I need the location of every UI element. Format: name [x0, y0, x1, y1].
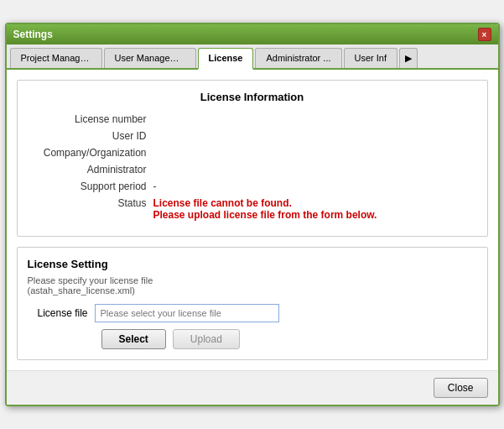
- status-row: Status License file cannot be found. Ple…: [28, 197, 477, 221]
- administrator-row: Administrator: [28, 164, 477, 175]
- status-value: License file cannot be found. Please upl…: [153, 197, 477, 221]
- license-setting-desc: Please specify your license file (astah_…: [28, 275, 477, 296]
- tab-more-button[interactable]: ▶: [399, 48, 418, 68]
- support-period-row: Support period -: [28, 180, 477, 192]
- status-error-line2: Please upload license file from the form…: [153, 209, 377, 221]
- tab-user-info[interactable]: User Inf: [344, 48, 398, 68]
- license-file-input[interactable]: [95, 304, 279, 322]
- tab-bar: Project Manage... User Managem... Licens…: [7, 44, 498, 70]
- license-number-label: License number: [28, 113, 153, 125]
- upload-button[interactable]: Upload: [173, 329, 240, 349]
- tab-administrator[interactable]: Administrator ...: [255, 48, 341, 68]
- license-info-table: License number User ID Company/Organizat…: [28, 113, 477, 221]
- license-setting-title: License Setting: [28, 258, 477, 270]
- file-input-row: License file: [28, 304, 477, 322]
- file-label: License file: [28, 307, 95, 319]
- select-button[interactable]: Select: [101, 329, 166, 349]
- footer: Close: [7, 370, 498, 405]
- setting-desc-line1: Please specify your license file: [28, 275, 153, 285]
- window-title: Settings: [13, 29, 53, 40]
- status-error-line1: License file cannot be found.: [153, 197, 292, 209]
- footer-close-button[interactable]: Close: [434, 378, 488, 398]
- company-label: Company/Organization: [28, 147, 153, 159]
- title-bar: Settings ×: [7, 24, 498, 44]
- support-period-value: -: [153, 180, 477, 192]
- tab-user-management[interactable]: User Managem...: [104, 48, 196, 68]
- settings-window: Settings × Project Manage... User Manage…: [5, 23, 500, 406]
- close-window-button[interactable]: ×: [478, 28, 491, 41]
- support-period-label: Support period: [28, 180, 153, 192]
- license-number-row: License number: [28, 113, 477, 125]
- license-info-title: License Information: [28, 91, 477, 103]
- tab-license[interactable]: License: [198, 48, 254, 70]
- content-area: License Information License number User …: [7, 70, 498, 370]
- user-id-row: User ID: [28, 130, 477, 142]
- status-label: Status: [28, 197, 153, 209]
- setting-desc-line2: (astah_share_license.xml): [28, 285, 135, 296]
- action-buttons: Select Upload: [101, 329, 477, 349]
- user-id-label: User ID: [28, 130, 153, 142]
- license-setting-section: License Setting Please specify your lice…: [17, 247, 488, 360]
- company-row: Company/Organization: [28, 147, 477, 159]
- administrator-label: Administrator: [28, 164, 153, 175]
- license-info-section: License Information License number User …: [17, 80, 488, 237]
- tab-project-manage[interactable]: Project Manage...: [10, 48, 102, 68]
